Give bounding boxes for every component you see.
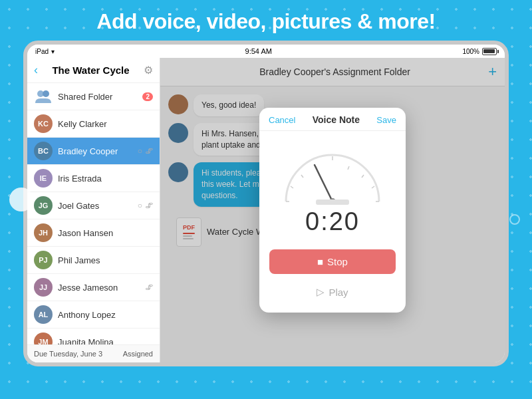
avatar: IE <box>34 169 53 188</box>
student-name: Phil James <box>58 255 153 265</box>
attachment-icon: 🖇 <box>145 146 153 156</box>
device-label: iPad <box>35 48 49 55</box>
svg-line-6 <box>291 186 293 188</box>
status-right: 100% <box>462 48 497 55</box>
ipad-content: ‹ The Water Cycle ⚙ S <box>27 58 505 362</box>
circle-left-decoration <box>9 188 33 211</box>
headline: Add voice, video, pictures & more! <box>0 0 532 41</box>
student-name: Joel Gates <box>58 201 132 211</box>
svg-line-14 <box>315 165 332 201</box>
back-button[interactable]: ‹ <box>34 63 38 77</box>
svg-line-10 <box>348 166 349 170</box>
voice-note-overlay: Cancel Voice Note Save <box>160 58 505 362</box>
play-button[interactable]: ▷ Play <box>269 279 396 305</box>
avatar: KC <box>34 114 53 133</box>
timer-display: 0:20 <box>305 207 360 236</box>
left-footer: Due Tuesday, June 3 Assigned <box>27 344 160 362</box>
list-item[interactable]: KC Kelly Clarker <box>27 110 160 138</box>
avatar: JH <box>34 223 53 242</box>
due-date: Due Tuesday, June 3 <box>34 350 102 358</box>
folder-title: The Water Cycle <box>42 65 140 76</box>
shared-folder-badge: 2 <box>142 92 153 101</box>
shared-icon <box>34 87 53 106</box>
wifi-icon: ▾ <box>51 48 55 55</box>
item-icons: ○ 🖇 <box>138 201 153 210</box>
list-item[interactable]: PJ Phil James <box>27 247 160 274</box>
device-wrapper: iPad ▾ 9:54 AM 100% ‹ The Water Cycle ⚙ <box>0 41 532 366</box>
list-item[interactable]: JH Jason Hansen <box>27 219 160 247</box>
left-panel: ‹ The Water Cycle ⚙ S <box>27 58 160 362</box>
avatar: PJ <box>34 251 53 269</box>
avatar: BC <box>34 142 53 160</box>
student-name: Juanita Molina <box>58 337 153 345</box>
comment-icon: ○ <box>138 201 142 210</box>
comment-icon: ○ <box>138 146 142 156</box>
student-name: Jason Hansen <box>58 228 153 238</box>
status-time: 9:54 AM <box>245 47 272 55</box>
list-item[interactable]: AL Anthony Lopez <box>27 301 160 329</box>
play-icon: ▷ <box>317 286 325 298</box>
list-item[interactable]: JJ Jesse Jameson 🖇 <box>27 274 160 301</box>
item-icons: 🖇 <box>145 283 153 292</box>
save-button[interactable]: Save <box>376 115 396 125</box>
student-name: Anthony Lopez <box>58 310 153 320</box>
avatar: JM <box>34 332 53 344</box>
shared-folder-name: Shared Folder <box>58 92 137 102</box>
gauge-area: 0:20 <box>259 131 406 249</box>
item-icons: ○ 🖇 <box>138 146 153 156</box>
list-item[interactable]: JM Juanita Molina <box>27 329 160 344</box>
list-item[interactable]: JG Joel Gates ○ 🖇 <box>27 192 160 219</box>
student-list: Shared Folder 2 KC Kelly Clarker BC Brad… <box>27 83 160 344</box>
voice-note-top-bar: Cancel Voice Note Save <box>259 108 406 131</box>
student-name: Bradley Cooper <box>58 146 132 156</box>
student-name: Kelly Clarker <box>58 119 153 129</box>
student-name: Iris Estrada <box>58 174 153 184</box>
attachment-icon: 🖇 <box>145 283 153 292</box>
status-bar: iPad ▾ 9:54 AM 100% <box>27 45 505 58</box>
stop-icon: ■ <box>317 256 323 267</box>
svg-line-11 <box>362 175 364 178</box>
avatar: JJ <box>34 278 53 297</box>
circle-right-decoration <box>509 214 520 225</box>
avatar: JG <box>34 196 53 215</box>
gauge-svg <box>276 142 389 205</box>
svg-point-1 <box>43 90 49 97</box>
list-item[interactable]: BC Bradley Cooper ○ 🖇 <box>27 138 160 165</box>
left-header: ‹ The Water Cycle ⚙ <box>27 58 160 83</box>
assigned-status: Assigned <box>123 350 153 358</box>
svg-line-12 <box>372 186 374 188</box>
voice-note-card: Cancel Voice Note Save <box>259 108 406 313</box>
stop-button[interactable]: ■ Stop <box>269 249 396 274</box>
cancel-button[interactable]: Cancel <box>269 115 295 125</box>
avatar: AL <box>34 305 53 324</box>
play-label: Play <box>329 287 348 298</box>
svg-line-7 <box>301 175 303 178</box>
list-item[interactable]: IE Iris Estrada <box>27 165 160 192</box>
right-panel: Bradley Cooper's Assignment Folder + Yes… <box>160 58 505 362</box>
battery-icon <box>482 48 497 55</box>
battery-pct: 100% <box>462 48 479 55</box>
svg-rect-17 <box>316 200 349 205</box>
settings-icon[interactable]: ⚙ <box>144 64 153 76</box>
stop-label: Stop <box>327 256 348 267</box>
attachment-icon: 🖇 <box>145 201 153 210</box>
ipad-device: iPad ▾ 9:54 AM 100% ‹ The Water Cycle ⚙ <box>23 41 509 366</box>
voice-note-title: Voice Note <box>313 114 360 125</box>
status-left: iPad ▾ <box>35 48 55 55</box>
shared-folder-item[interactable]: Shared Folder 2 <box>27 83 160 110</box>
student-name: Jesse Jameson <box>58 283 140 293</box>
